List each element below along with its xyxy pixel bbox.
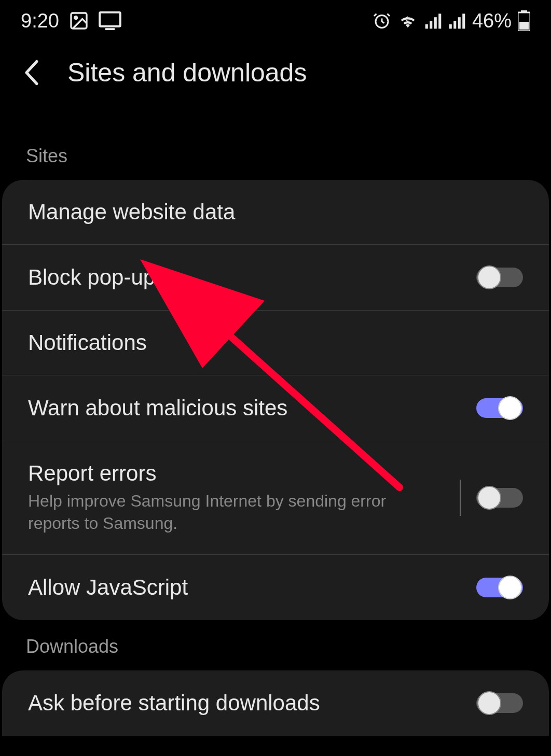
svg-point-1: [75, 17, 77, 19]
setting-title: Ask before starting downloads: [28, 691, 476, 716]
svg-rect-10: [453, 21, 456, 29]
chevron-left-icon: [23, 60, 39, 86]
toggle-warn-malicious[interactable]: [476, 395, 523, 421]
section-label-sites: Sites: [0, 130, 551, 180]
wifi-icon: [397, 10, 418, 31]
setting-ask-before-download[interactable]: Ask before starting downloads: [2, 670, 549, 736]
setting-subtitle: Help improve Samsung Internet by sending…: [28, 490, 444, 535]
settings-group-downloads: Ask before starting downloads: [2, 670, 549, 736]
setting-warn-malicious[interactable]: Warn about malicious sites: [2, 375, 549, 441]
setting-title: Report errors: [28, 461, 444, 486]
setting-title: Warn about malicious sites: [28, 396, 476, 421]
setting-block-popups[interactable]: Block pop-ups: [2, 245, 549, 311]
vertical-divider: [460, 480, 461, 516]
page-title: Sites and downloads: [67, 58, 307, 88]
toggle-report-errors[interactable]: [476, 485, 523, 511]
image-icon: [68, 10, 89, 31]
setting-notifications[interactable]: Notifications: [2, 311, 549, 375]
section-label-downloads: Downloads: [0, 620, 551, 670]
toggle-block-popups[interactable]: [476, 264, 523, 290]
status-bar-right: 46%: [373, 10, 530, 32]
svg-rect-7: [434, 17, 437, 29]
settings-group-sites: Manage website data Block pop-ups Notifi…: [2, 180, 549, 620]
battery-percent: 46%: [472, 10, 512, 32]
svg-rect-8: [438, 13, 441, 29]
alarm-icon: [373, 11, 391, 30]
svg-rect-6: [430, 21, 432, 29]
setting-title: Block pop-ups: [28, 265, 476, 290]
setting-report-errors[interactable]: Report errors Help improve Samsung Inter…: [2, 441, 549, 555]
page-header: Sites and downloads: [0, 41, 551, 130]
svg-rect-5: [425, 24, 428, 29]
svg-rect-9: [449, 24, 452, 29]
status-time: 9:20: [21, 10, 59, 32]
status-bar: 9:20: [0, 0, 551, 41]
signal-icon-1: [424, 12, 442, 30]
setting-manage-website-data[interactable]: Manage website data: [2, 180, 549, 245]
battery-icon: [518, 10, 530, 31]
cast-icon: [99, 11, 121, 30]
status-bar-left: 9:20: [21, 10, 121, 32]
svg-rect-15: [519, 22, 529, 30]
setting-title: Notifications: [28, 330, 523, 355]
svg-rect-11: [458, 17, 461, 29]
back-button[interactable]: [21, 57, 42, 88]
setting-title: Allow JavaScript: [28, 575, 476, 600]
svg-rect-12: [462, 13, 465, 29]
setting-title: Manage website data: [28, 200, 523, 225]
signal-icon-2: [448, 12, 466, 30]
toggle-ask-before-download[interactable]: [476, 690, 523, 716]
setting-allow-javascript[interactable]: Allow JavaScript: [2, 555, 549, 620]
toggle-allow-javascript[interactable]: [476, 575, 523, 600]
svg-rect-2: [100, 12, 120, 26]
